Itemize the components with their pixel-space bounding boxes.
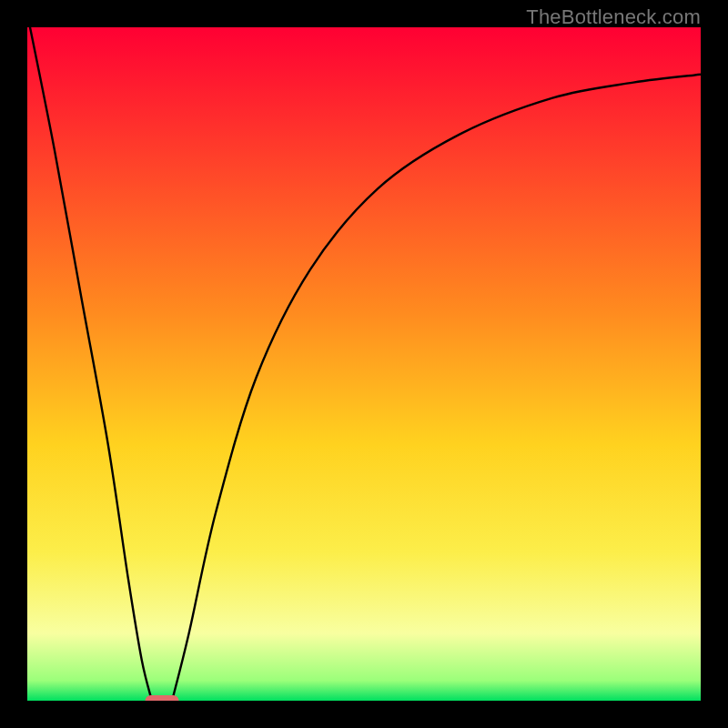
chart-svg — [27, 27, 701, 701]
plot-area — [27, 27, 701, 701]
gradient-background — [27, 27, 701, 701]
chart-container: TheBottleneck.com — [0, 0, 728, 728]
watermark-text: TheBottleneck.com — [526, 5, 701, 29]
min-marker — [146, 695, 179, 701]
